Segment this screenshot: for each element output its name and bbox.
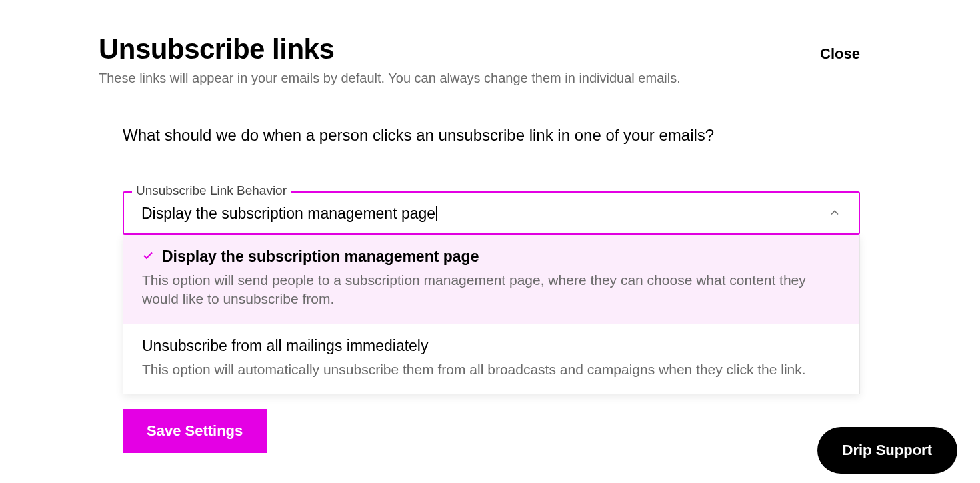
option-description: This option will automatically unsubscri…: [142, 360, 841, 379]
option-unsubscribe-all[interactable]: Unsubscribe from all mailings immediatel…: [123, 324, 859, 394]
option-title: Unsubscribe from all mailings immediatel…: [142, 337, 428, 355]
page-title: Unsubscribe links: [99, 33, 820, 65]
select-label: Unsubscribe Link Behavior: [132, 183, 291, 198]
option-subscription-page[interactable]: Display the subscription management page…: [123, 235, 859, 324]
save-settings-button[interactable]: Save Settings: [123, 409, 267, 453]
chevron-up-icon: [828, 206, 841, 222]
select-dropdown: Display the subscription management page…: [123, 235, 860, 394]
check-icon: [142, 250, 154, 264]
page-subtitle: These links will appear in your emails b…: [99, 71, 820, 86]
select-value: Display the subscription management page: [141, 205, 435, 223]
question-text: What should we do when a person clicks a…: [123, 126, 860, 145]
option-description: This option will send people to a subscr…: [142, 271, 841, 309]
option-title: Display the subscription management page: [162, 248, 479, 266]
unsubscribe-behavior-select: Unsubscribe Link Behavior Display the su…: [123, 191, 860, 394]
close-button[interactable]: Close: [820, 33, 860, 63]
drip-support-button[interactable]: Drip Support: [817, 427, 957, 474]
page-header: Unsubscribe links These links will appea…: [99, 33, 860, 86]
